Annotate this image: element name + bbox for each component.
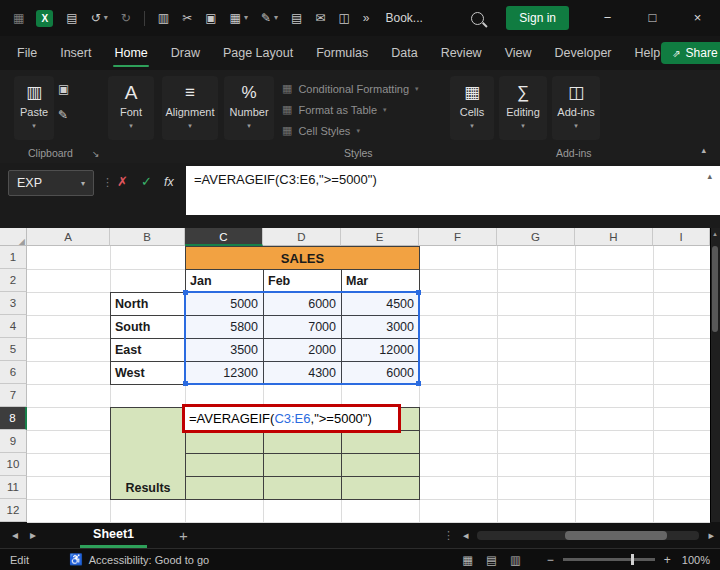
cell-B5[interactable]: East (110, 338, 186, 362)
row-header-11[interactable]: 11 (0, 476, 27, 499)
format-painter-icon[interactable]: ✎ (261, 12, 271, 24)
zoom-out-icon[interactable]: − (547, 553, 554, 567)
toolbar-overflow-icon[interactable]: » (363, 12, 370, 24)
row-header-4[interactable]: 4 (0, 315, 27, 338)
new-sheet-icon[interactable]: + (179, 527, 188, 544)
maximize-button[interactable]: □ (630, 0, 675, 36)
save-icon[interactable]: ▤ (66, 12, 77, 24)
tab-page-layout[interactable]: Page Layout (222, 40, 294, 66)
column-header-G[interactable]: G (497, 228, 575, 246)
cell-D10[interactable] (263, 453, 342, 477)
range-handle[interactable] (416, 381, 421, 386)
column-header-C[interactable]: C (185, 228, 263, 246)
confirm-entry-icon[interactable]: ✓ (141, 174, 152, 189)
cell-B3[interactable]: North (110, 292, 186, 316)
row-header-3[interactable]: 3 (0, 292, 27, 315)
tab-review[interactable]: Review (440, 40, 483, 66)
document-icon[interactable]: ▤ (291, 12, 302, 24)
row-header-1[interactable]: 1 (0, 246, 27, 269)
alignment-button[interactable]: ≡ Alignment ▾ (162, 76, 218, 140)
minimize-button[interactable]: − (585, 0, 630, 36)
clipboard-dialog-launcher-icon[interactable]: ↘ (92, 149, 100, 159)
cell-E11[interactable] (341, 476, 420, 500)
envelope-icon[interactable]: ✉ (315, 12, 325, 24)
number-button[interactable]: % Number ▾ (224, 76, 274, 140)
scrollbar-resize-handle-icon[interactable]: ⋮ (443, 529, 454, 542)
chart-chevron-icon[interactable]: ▾ (244, 14, 248, 22)
horizontal-scrollbar[interactable] (477, 531, 699, 540)
cell-C11[interactable] (185, 476, 264, 500)
cell-E2[interactable]: Mar (341, 269, 420, 293)
quick-access-menu-icon[interactable]: ▦ (13, 12, 24, 24)
row-header-2[interactable]: 2 (0, 269, 27, 292)
row-header-7[interactable]: 7 (0, 384, 27, 407)
share-button[interactable]: ⇗ Share (661, 42, 720, 64)
accessibility-icon[interactable]: ♿ (69, 553, 83, 566)
previous-sheet-icon[interactable]: ◂ (12, 528, 18, 542)
cut-icon[interactable]: ✂ (182, 12, 192, 24)
copy-icon[interactable]: ▣ (205, 12, 216, 24)
cell-B4[interactable]: South (110, 315, 186, 339)
zoom-level[interactable]: 100% (682, 554, 710, 566)
tab-data[interactable]: Data (390, 40, 418, 66)
range-handle[interactable] (183, 290, 188, 295)
column-header-A[interactable]: A (27, 228, 110, 246)
format-as-table-button[interactable]: ▦ Format as Table ▾ (282, 99, 450, 120)
sheet-tab-sheet1[interactable]: Sheet1 (80, 522, 147, 548)
cell-D2[interactable]: Feb (263, 269, 342, 293)
paste-quick-icon[interactable]: ▥ (158, 12, 169, 24)
page-layout-view-icon[interactable]: ▤ (486, 553, 497, 567)
insert-function-icon[interactable]: fx (164, 175, 174, 189)
cell-E9[interactable] (341, 430, 420, 454)
tab-file[interactable]: File (16, 40, 38, 66)
scroll-up-icon[interactable]: ▴ (710, 230, 720, 238)
next-sheet-icon[interactable]: ▸ (30, 528, 36, 542)
vertical-scrollbar-thumb[interactable] (712, 246, 718, 332)
collapse-formula-bar-icon[interactable]: ▴ (707, 171, 712, 181)
add-ins-button[interactable]: ◫ Add-ins ▾ (552, 76, 600, 140)
excel-logo-icon[interactable]: X (36, 10, 53, 27)
range-handle[interactable] (183, 381, 188, 386)
search-icon[interactable] (471, 12, 484, 25)
undo-icon[interactable]: ↺ (91, 12, 101, 24)
font-button[interactable]: A Font ▾ (108, 76, 154, 140)
row-header-10[interactable]: 10 (0, 453, 27, 476)
tab-view[interactable]: View (504, 40, 533, 66)
zoom-slider-thumb[interactable] (631, 554, 634, 565)
tab-help[interactable]: Help (634, 40, 662, 66)
cancel-entry-icon[interactable]: ✗ (117, 174, 128, 189)
row-header-6[interactable]: 6 (0, 361, 27, 384)
tab-insert[interactable]: Insert (59, 40, 92, 66)
formula-edit-cell-annotation[interactable]: =AVERAGEIF(C3:E6,">=5000") (182, 404, 401, 433)
cell-D9[interactable] (263, 430, 342, 454)
camera-icon[interactable]: ◫ (338, 12, 349, 24)
editing-button[interactable]: ∑ Editing ▾ (499, 76, 547, 140)
column-header-F[interactable]: F (419, 228, 497, 246)
zoom-in-icon[interactable]: + (664, 553, 671, 567)
column-header-E[interactable]: E (341, 228, 419, 246)
redo-icon[interactable]: ↻ (121, 12, 131, 24)
accessibility-status[interactable]: Accessibility: Good to go (89, 554, 209, 566)
conditional-formatting-button[interactable]: ▦ Conditional Formatting ▾ (282, 78, 450, 99)
tab-draw[interactable]: Draw (170, 40, 201, 66)
name-box[interactable]: EXP ▾ (8, 170, 94, 196)
close-button[interactable]: × (675, 0, 720, 36)
undo-chevron-icon[interactable]: ▾ (104, 14, 108, 22)
collapse-ribbon-icon[interactable]: ▴ (701, 145, 706, 155)
row-header-8[interactable]: 8 (0, 407, 27, 430)
cell-C9[interactable] (185, 430, 264, 454)
tab-home[interactable]: Home (113, 40, 148, 66)
copy-button[interactable]: ▣ (58, 82, 69, 96)
sign-in-button[interactable]: Sign in (506, 6, 569, 30)
tab-developer[interactable]: Developer (554, 40, 613, 66)
cells-button[interactable]: ▦ Cells ▾ (450, 76, 494, 140)
column-header-H[interactable]: H (575, 228, 653, 246)
chart-icon[interactable]: ▦ (230, 12, 241, 24)
page-break-view-icon[interactable]: ▥ (510, 553, 521, 567)
row-header-12[interactable]: 12 (0, 499, 27, 522)
row-header-5[interactable]: 5 (0, 338, 27, 361)
column-header-B[interactable]: B (110, 228, 185, 246)
format-painter-button[interactable]: ✎ (58, 108, 69, 122)
cell-C10[interactable] (185, 453, 264, 477)
cell-C2[interactable]: Jan (185, 269, 264, 293)
